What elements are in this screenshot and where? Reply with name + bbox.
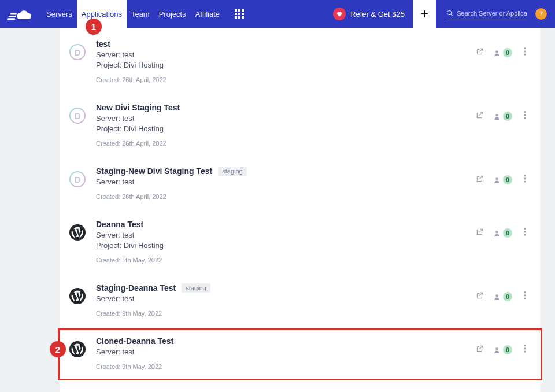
wordpress-icon <box>69 341 86 357</box>
person-icon <box>493 293 501 301</box>
more-menu[interactable] <box>521 290 528 303</box>
more-menu[interactable] <box>521 343 528 356</box>
team-access[interactable]: 0 <box>493 228 512 238</box>
wordpress-icon <box>69 224 86 241</box>
team-count-badge: 0 <box>503 175 512 184</box>
nav-links: Servers Applications Team Projects Affil… <box>42 0 224 28</box>
application-project: Project: Divi Hosting <box>96 241 476 250</box>
person-icon <box>493 49 501 57</box>
application-actions: 0 <box>476 110 528 123</box>
add-button[interactable] <box>413 0 436 28</box>
more-vertical-icon <box>524 175 526 183</box>
open-link-icon[interactable] <box>476 345 484 355</box>
application-created: Created: 9th May, 2022 <box>96 310 476 317</box>
more-menu[interactable] <box>521 173 528 186</box>
application-row: Cloned-Deanna TestServer: testCreated: 9… <box>60 325 540 378</box>
application-server: Server: test <box>96 114 476 123</box>
application-server: Server: test <box>96 347 476 356</box>
team-access[interactable]: 0 <box>493 175 512 184</box>
nav-affiliate[interactable]: Affiliate <box>191 0 224 28</box>
more-vertical-icon <box>524 111 526 119</box>
nav-team[interactable]: Team <box>127 0 154 28</box>
nav-projects[interactable]: Projects <box>154 0 191 28</box>
person-icon <box>493 346 501 354</box>
application-created: Created: 26th April, 2022 <box>96 193 476 200</box>
staging-tag: staging <box>218 167 246 176</box>
notification-badge[interactable]: 7 <box>535 8 547 20</box>
open-link-icon[interactable] <box>476 47 484 58</box>
application-server: Server: test <box>96 294 476 303</box>
application-title[interactable]: Cloned-Deanna Test <box>96 336 173 346</box>
more-vertical-icon <box>524 228 526 236</box>
person-icon <box>493 176 501 184</box>
application-created: Created: 5th May, 2022 <box>96 257 476 264</box>
application-title[interactable]: New Divi Staging Test <box>96 103 180 112</box>
application-project: Project: Divi Hosting <box>96 124 476 133</box>
open-link-icon[interactable] <box>476 175 484 185</box>
application-body: Staging-New Divi Staging TeststagingServ… <box>96 167 476 200</box>
application-project: Project: Divi Hosting <box>96 61 476 69</box>
application-actions: 0 <box>476 46 528 59</box>
refer-link[interactable]: Refer & Get $25 <box>333 8 413 20</box>
application-body: Staging-Deanna TeststagingServer: testCr… <box>96 283 476 317</box>
plus-icon <box>420 9 429 19</box>
top-nav: Servers Applications Team Projects Affil… <box>0 0 555 28</box>
application-actions: 0 <box>476 343 528 356</box>
apps-grid-icon[interactable] <box>235 9 244 19</box>
person-icon <box>493 230 501 237</box>
nav-applications[interactable]: Applications <box>77 0 127 28</box>
more-vertical-icon <box>524 47 526 56</box>
team-count-badge: 0 <box>503 112 512 121</box>
team-access[interactable]: 0 <box>493 112 512 121</box>
divi-icon: D <box>69 44 86 60</box>
team-access[interactable]: 0 <box>493 345 512 354</box>
nav-servers[interactable]: Servers <box>42 0 77 28</box>
application-row: DtestServer: testProject: Divi HostingCr… <box>60 28 540 91</box>
applications-panel: DtestServer: testProject: Divi HostingCr… <box>60 28 540 392</box>
open-link-icon[interactable] <box>476 111 484 121</box>
heart-icon <box>333 8 346 20</box>
application-row: DStaging-New Divi Staging TeststagingSer… <box>60 155 540 208</box>
application-actions: 0 <box>476 290 528 303</box>
search-input[interactable] <box>457 10 527 17</box>
application-title[interactable]: test <box>96 39 110 49</box>
more-menu[interactable] <box>521 110 528 123</box>
divi-icon: D <box>69 171 86 187</box>
brand-logo[interactable] <box>7 6 34 22</box>
application-server: Server: test <box>96 177 476 186</box>
step-callout-2: 2 <box>50 341 66 357</box>
application-body: Cloned-Deanna TestServer: testCreated: 9… <box>96 336 476 370</box>
more-menu[interactable] <box>521 227 528 239</box>
team-count-badge: 0 <box>503 228 512 238</box>
team-access[interactable]: 0 <box>493 292 512 301</box>
more-menu[interactable] <box>521 46 528 59</box>
team-count-badge: 0 <box>503 48 512 57</box>
search-field[interactable] <box>446 9 527 19</box>
staging-tag: staging <box>182 283 210 293</box>
application-title[interactable]: Staging-New Divi Staging Test <box>96 167 212 176</box>
application-title[interactable]: Staging-Deanna Test <box>96 283 176 293</box>
wordpress-icon <box>69 288 86 304</box>
application-row: DNew Divi Staging TestServer: testProjec… <box>60 91 540 155</box>
person-icon <box>493 113 501 120</box>
application-created: Created: 26th April, 2022 <box>96 76 476 83</box>
more-vertical-icon <box>524 291 526 299</box>
divi-icon: D <box>69 108 86 124</box>
search-icon <box>446 9 453 17</box>
team-count-badge: 0 <box>503 292 512 301</box>
application-created: Created: 9th May, 2022 <box>96 363 476 370</box>
application-title[interactable]: Deanna Test <box>96 220 143 229</box>
open-link-icon[interactable] <box>476 228 484 238</box>
open-link-icon[interactable] <box>476 291 484 302</box>
team-access[interactable]: 0 <box>493 48 512 57</box>
application-body: Deanna TestServer: testProject: Divi Hos… <box>96 220 476 264</box>
application-body: New Divi Staging TestServer: testProject… <box>96 103 476 147</box>
application-created: Created: 26th April, 2022 <box>96 140 476 147</box>
more-vertical-icon <box>524 345 526 353</box>
application-row: Deanna TestServer: testProject: Divi Hos… <box>60 208 540 272</box>
application-body: testServer: testProject: Divi HostingCre… <box>96 39 476 83</box>
team-count-badge: 0 <box>503 345 512 354</box>
application-server: Server: test <box>96 231 476 239</box>
cloud-logo-icon <box>7 7 34 21</box>
step-callout-1: 1 <box>86 19 102 35</box>
